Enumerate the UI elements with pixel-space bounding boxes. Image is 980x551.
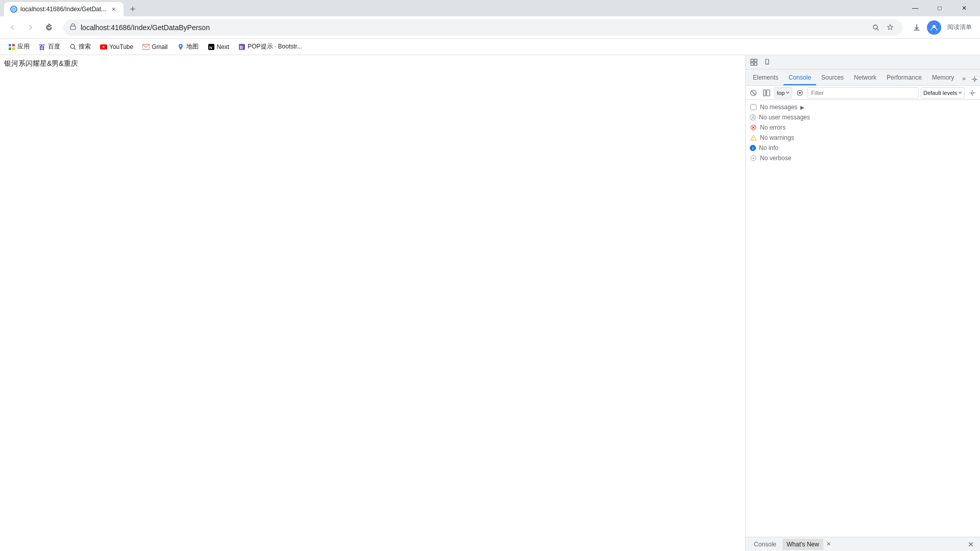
svg-rect-24 (751, 63, 753, 65)
bookmark-bootstrap[interactable]: B POP提示 · Bootstr... (234, 40, 306, 53)
console-settings-button[interactable] (967, 87, 978, 98)
back-button[interactable] (4, 19, 20, 36)
svg-rect-25 (754, 63, 757, 65)
no-warnings-icon: ! (750, 134, 757, 141)
url-text: localhost:41686/Index/GetDataByPerson (81, 23, 866, 32)
no-user-messages-text: No user messages (759, 114, 810, 121)
content-area: 银河系闪耀星&男&重庆 Elements Console Sources Net… (0, 55, 980, 551)
svg-rect-23 (754, 59, 757, 62)
navbar-right-buttons: 阅读清单 (909, 19, 976, 36)
tab-elements[interactable]: Elements (748, 71, 783, 85)
profile-avatar (927, 20, 941, 35)
refresh-button[interactable] (41, 19, 57, 36)
devtools-tab-right-buttons: ✕ (969, 73, 980, 85)
more-tabs-button[interactable]: » (959, 72, 969, 85)
titlebar: localhost:41686/Index/GetDat... ✕ + — □ … (0, 0, 980, 16)
bookmark-maps[interactable]: 地图 (173, 40, 203, 53)
star-icon-button[interactable] (884, 21, 896, 34)
bookmark-maps-label: 地图 (186, 42, 199, 51)
tab-console[interactable]: Console (783, 71, 816, 85)
minimize-button[interactable]: — (903, 0, 927, 16)
no-info-text: No info (759, 144, 778, 152)
profile-button[interactable] (926, 19, 942, 36)
svg-point-46 (753, 158, 754, 159)
bottom-tab-whats-new-close[interactable]: ✕ (826, 541, 831, 547)
devtools-panel: Elements Console Sources Network Perform… (745, 55, 980, 551)
no-messages-expand-arrow[interactable]: ▶ (800, 105, 804, 110)
svg-line-13 (74, 48, 76, 49)
bookmark-apps[interactable]: 应用 (4, 40, 34, 53)
svg-point-27 (767, 63, 768, 64)
console-message-no-warnings[interactable]: ! No warnings (746, 133, 980, 143)
bookmark-search-label: 搜索 (79, 42, 91, 51)
svg-rect-8 (12, 44, 15, 46)
devtools-bottom-close-button[interactable]: ✕ (966, 539, 976, 549)
forward-button[interactable] (22, 19, 39, 36)
no-verbose-text: No verbose (760, 155, 791, 162)
show-live-expressions-button[interactable] (794, 87, 805, 98)
console-filter-input[interactable] (807, 87, 919, 98)
devtools-bottom-bar: Console What's New ✕ ✕ (746, 537, 980, 551)
no-info-icon: i (750, 145, 756, 151)
bookmark-apps-label: 应用 (17, 42, 30, 51)
console-message-no-errors[interactable]: No errors (746, 122, 980, 133)
close-button[interactable]: ✕ (952, 0, 976, 16)
svg-line-5 (877, 29, 878, 30)
bookmark-next-label: Next (217, 43, 230, 51)
svg-rect-7 (9, 44, 11, 46)
bookmark-baidu-label: 百度 (48, 42, 60, 51)
bookmark-next[interactable]: N Next (204, 41, 234, 53)
no-verbose-icon (750, 155, 757, 162)
svg-text:N: N (209, 45, 212, 50)
context-selector[interactable]: top (774, 87, 792, 98)
maximize-button[interactable]: □ (928, 0, 951, 16)
log-level-selector[interactable]: Default levels (921, 87, 965, 98)
svg-rect-22 (751, 59, 753, 62)
reader-mode-button[interactable]: 阅读清单 (943, 21, 976, 34)
tab-performance[interactable]: Performance (881, 71, 927, 85)
bookmark-gmail-label: Gmail (152, 43, 167, 51)
bookmark-baidu[interactable]: 百 百度 (35, 40, 64, 53)
console-message-no-user-messages[interactable]: No user messages (746, 112, 980, 122)
active-tab[interactable]: localhost:41686/Index/GetDat... ✕ (4, 2, 124, 16)
window-controls: — □ ✕ (903, 0, 976, 16)
tab-memory[interactable]: Memory (927, 71, 959, 85)
svg-text:B: B (240, 45, 243, 50)
inspect-element-button[interactable] (748, 56, 760, 68)
console-content: No messages ▶ No user messages No errors (746, 100, 980, 537)
svg-text:!: ! (752, 137, 753, 140)
tab-network[interactable]: Network (849, 71, 881, 85)
svg-point-40 (752, 116, 754, 118)
search-icon-button[interactable] (870, 21, 882, 34)
devtools-top-toolbar (746, 55, 980, 69)
page-content: 银河系闪耀星&男&重庆 (0, 55, 745, 551)
download-icon-button[interactable] (909, 19, 925, 36)
devtools-settings-button[interactable] (969, 73, 980, 85)
svg-rect-10 (12, 47, 15, 50)
console-message-no-verbose[interactable]: No verbose (746, 153, 980, 163)
clear-console-button[interactable] (748, 87, 759, 98)
console-message-no-messages[interactable]: No messages ▶ (746, 102, 980, 112)
toggle-sidebar-button[interactable] (761, 87, 772, 98)
no-errors-icon (750, 124, 757, 131)
bottom-tab-whats-new[interactable]: What's New (782, 539, 823, 550)
bookmark-youtube[interactable]: YouTube (96, 41, 137, 53)
devtools-tabs: Elements Console Sources Network Perform… (746, 69, 980, 86)
tab-bar: localhost:41686/Index/GetDat... ✕ + (4, 0, 899, 16)
bookmark-search[interactable]: 搜索 (65, 40, 95, 53)
svg-point-28 (974, 78, 976, 80)
tab-close-button[interactable]: ✕ (109, 5, 117, 13)
address-bar-right (870, 21, 896, 34)
console-message-no-info[interactable]: i No info (746, 143, 980, 153)
log-level-value: Default levels (923, 90, 957, 96)
svg-text:百: 百 (39, 44, 45, 51)
svg-rect-35 (767, 90, 770, 96)
no-messages-text: No messages (760, 104, 797, 111)
new-tab-button[interactable]: + (126, 2, 140, 16)
address-bar[interactable]: localhost:41686/Index/GetDataByPerson (63, 19, 902, 36)
bookmark-gmail[interactable]: Gmail (138, 41, 172, 53)
device-toolbar-button[interactable] (761, 56, 773, 68)
tab-sources[interactable]: Sources (816, 71, 849, 85)
bottom-tab-console[interactable]: Console (750, 539, 780, 550)
bookmarks-bar: 应用 百 百度 搜索 YouTube Gmail (0, 39, 980, 55)
